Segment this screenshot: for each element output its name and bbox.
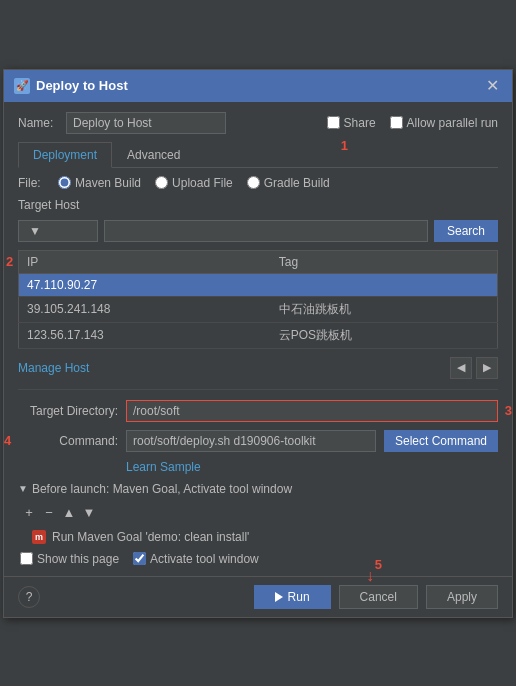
title-bar-left: 🚀 Deploy to Host (14, 78, 128, 94)
parallel-checkbox[interactable] (390, 116, 403, 129)
dialog-title: Deploy to Host (36, 78, 128, 93)
annotation-4: 4 (4, 433, 11, 448)
help-button[interactable]: ? (18, 586, 40, 608)
table-row[interactable]: 47.110.90.27 (19, 273, 498, 296)
parallel-label: Allow parallel run (407, 116, 498, 130)
col-tag: Tag (271, 250, 498, 273)
run-button[interactable]: Run (254, 585, 331, 609)
dialog-icon: 🚀 (14, 78, 30, 94)
divider-1 (18, 389, 498, 390)
cell-tag: 云POS跳板机 (271, 322, 498, 348)
dropdown-arrow-icon: ▼ (29, 224, 41, 238)
file-radio-group: Maven Build Upload File Gradle Build (58, 176, 330, 190)
maven-icon: m (32, 530, 46, 544)
table-container: 2 IP Tag 47.110.90.27 39.105.241.148 中 (18, 250, 498, 349)
manage-host-row: Manage Host ◀ ▶ (18, 357, 498, 379)
maven-radio-item[interactable]: Maven Build (58, 176, 141, 190)
share-label: Share (344, 116, 376, 130)
host-dropdown[interactable]: ▼ (18, 220, 98, 242)
target-dir-input[interactable] (126, 400, 498, 422)
name-input[interactable] (66, 112, 226, 134)
target-dir-label: Target Directory: (18, 404, 118, 418)
pagination: ◀ ▶ (450, 357, 498, 379)
tabs: Deployment Advanced 1 (18, 142, 498, 168)
maven-label: Maven Build (75, 176, 141, 190)
show-page-checkbox[interactable] (20, 552, 33, 565)
gradle-radio-item[interactable]: Gradle Build (247, 176, 330, 190)
table-row[interactable]: 123.56.17.143 云POS跳板机 (19, 322, 498, 348)
name-row: Name: Share Allow parallel run (18, 112, 498, 134)
annotation-1: 1 (341, 138, 348, 153)
run-triangle-icon (275, 592, 283, 602)
name-label: Name: (18, 116, 58, 130)
gradle-radio[interactable] (247, 176, 260, 189)
upload-radio[interactable] (155, 176, 168, 189)
target-host-row: ▼ Search (18, 220, 498, 242)
maven-text: Run Maven Goal 'demo: clean install' (52, 530, 249, 544)
share-checkbox[interactable] (327, 116, 340, 129)
bottom-checks: Show this page Activate tool window (20, 552, 498, 566)
host-table: IP Tag 47.110.90.27 39.105.241.148 中石油跳板… (18, 250, 498, 349)
manage-host-link[interactable]: Manage Host (18, 361, 89, 375)
activate-label: Activate tool window (150, 552, 259, 566)
maven-row: m Run Maven Goal 'demo: clean install' (32, 530, 498, 544)
dialog-content: Name: Share Allow parallel run Deploymen… (4, 102, 512, 576)
learn-sample-row: Learn Sample (18, 460, 498, 474)
annotation-5: 5 (375, 557, 382, 572)
tab-deployment[interactable]: Deployment (18, 142, 112, 168)
arrow-down-icon: ↓ (366, 567, 374, 585)
show-page-label: Show this page (37, 552, 119, 566)
search-button[interactable]: Search (434, 220, 498, 242)
maven-radio[interactable] (58, 176, 71, 189)
table-row[interactable]: 39.105.241.148 中石油跳板机 (19, 296, 498, 322)
cell-ip: 47.110.90.27 (19, 273, 271, 296)
cancel-button[interactable]: Cancel (339, 585, 418, 609)
cell-tag (271, 273, 498, 296)
apply-button[interactable]: Apply (426, 585, 498, 609)
before-launch-header: ▼ Before launch: Maven Goal, Activate to… (18, 482, 498, 496)
show-page-item[interactable]: Show this page (20, 552, 119, 566)
deploy-dialog: 🚀 Deploy to Host ✕ Name: Share Allow par… (3, 69, 513, 618)
expand-icon[interactable]: ▼ (18, 483, 28, 494)
remove-button[interactable]: − (40, 504, 58, 522)
file-row: File: Maven Build Upload File Gradle Bui… (18, 176, 498, 190)
learn-sample-link[interactable]: Learn Sample (126, 460, 201, 474)
move-up-button[interactable]: ▲ (60, 504, 78, 522)
upload-label: Upload File (172, 176, 233, 190)
before-launch-label: Before launch: Maven Goal, Activate tool… (32, 482, 292, 496)
target-host-section-label: Target Host (18, 198, 79, 212)
gradle-label: Gradle Build (264, 176, 330, 190)
cell-ip: 123.56.17.143 (19, 322, 271, 348)
cell-tag: 中石油跳板机 (271, 296, 498, 322)
command-row: 4 Command: Select Command (18, 430, 498, 452)
next-page-button[interactable]: ▶ (476, 357, 498, 379)
target-host-label: Target Host (18, 198, 498, 212)
parallel-checkbox-item[interactable]: Allow parallel run (390, 116, 498, 130)
move-down-button[interactable]: ▼ (80, 504, 98, 522)
add-button[interactable]: + (20, 504, 38, 522)
activate-checkbox[interactable] (133, 552, 146, 565)
command-label: Command: (18, 434, 118, 448)
col-ip: IP (19, 250, 271, 273)
upload-radio-item[interactable]: Upload File (155, 176, 233, 190)
cell-ip: 39.105.241.148 (19, 296, 271, 322)
prev-page-button[interactable]: ◀ (450, 357, 472, 379)
before-launch-toolbar: + − ▲ ▼ (20, 504, 498, 522)
activate-item[interactable]: Activate tool window (133, 552, 259, 566)
annotation-2: 2 (6, 254, 13, 269)
command-input[interactable] (126, 430, 376, 452)
annotation-3: 3 (505, 403, 512, 418)
footer: ? 5 ↓ Run Cancel Apply (4, 576, 512, 617)
title-bar: 🚀 Deploy to Host ✕ (4, 70, 512, 102)
file-label: File: (18, 176, 46, 190)
target-dir-row: Target Directory: 3 (18, 400, 498, 422)
share-checkbox-item[interactable]: Share (327, 116, 376, 130)
tab-advanced[interactable]: Advanced (112, 142, 195, 167)
checkbox-group: Share Allow parallel run (327, 116, 498, 130)
select-command-button[interactable]: Select Command (384, 430, 498, 452)
close-button[interactable]: ✕ (482, 76, 502, 96)
host-search-input[interactable] (104, 220, 428, 242)
run-label: Run (288, 590, 310, 604)
